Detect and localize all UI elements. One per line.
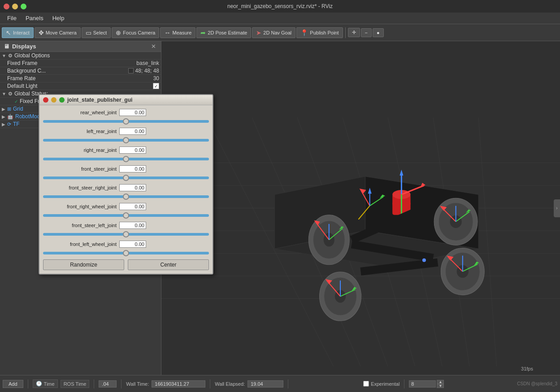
- spinner-section: ▲ ▼: [409, 380, 444, 388]
- menu-help[interactable]: Help: [48, 14, 69, 22]
- joint-label-0: rear_wheel_joint: [43, 110, 119, 115]
- status-checkmark: ✓: [14, 99, 18, 104]
- joint-slider-1[interactable]: [43, 139, 209, 142]
- measure-button[interactable]: ↔ Measure: [160, 27, 195, 38]
- extra-btn-3[interactable]: ●: [373, 28, 384, 37]
- joint-row-6: front_steer_left_joint: [43, 222, 209, 229]
- joint-row-4: front_steer_right_joint: [43, 184, 209, 191]
- wall-time-value: 1661903411.27: [152, 380, 205, 388]
- joint-slider-4[interactable]: [43, 195, 209, 198]
- background-color-label: Background C...: [7, 68, 128, 74]
- nav-goal-button[interactable]: ➤ 2D Nav Goal: [252, 27, 295, 38]
- center-button[interactable]: Center: [128, 259, 209, 270]
- joint-slider-6[interactable]: [43, 233, 209, 236]
- joint-publisher-title: joint_state_publisher_gui: [67, 97, 132, 103]
- joint-row-1: left_rear_joint: [43, 128, 209, 135]
- statusbar-sep-1: [28, 379, 28, 388]
- spinner-up[interactable]: ▲: [437, 380, 444, 384]
- spinner-down[interactable]: ▼: [437, 384, 444, 388]
- interact-button[interactable]: ↖ Interact: [2, 27, 34, 38]
- statusbar-sep-4: [210, 379, 210, 388]
- toolbar: ↖ Interact ✥ Move Camera ▭ Select ⊕ Focu…: [0, 24, 560, 41]
- joint-value-1[interactable]: [119, 128, 146, 135]
- joint-value-5[interactable]: [119, 203, 146, 210]
- fixed-frame-row: Fixed Frame base_link: [0, 60, 161, 67]
- extra-btn-2[interactable]: −: [361, 28, 372, 37]
- pose-estimate-button[interactable]: ➦ 2D Pose Estimate: [196, 27, 251, 38]
- focus-camera-button[interactable]: ⊕ Focus Camera: [112, 27, 159, 38]
- experimental-label: Experimental: [371, 381, 399, 387]
- experimental-checkbox[interactable]: [363, 381, 369, 387]
- robotmodel-arrow: ▶: [2, 114, 5, 119]
- move-camera-button[interactable]: ✥ Move Camera: [35, 27, 81, 38]
- background-color-swatch[interactable]: [128, 68, 134, 73]
- time-value: .04: [99, 380, 117, 388]
- menu-panels[interactable]: Panels: [21, 14, 48, 22]
- joint-value-7[interactable]: [119, 241, 146, 248]
- joint-slider-2[interactable]: [43, 158, 209, 160]
- frame-rate-value[interactable]: 30: [153, 75, 159, 82]
- minimize-button[interactable]: [12, 4, 18, 9]
- joint-slider-row-0: [43, 118, 209, 124]
- pose-estimate-icon: ➦: [200, 29, 206, 36]
- joint-slider-5[interactable]: [43, 214, 209, 217]
- joint-slider-row-5: [43, 212, 209, 218]
- maximize-button[interactable]: [21, 4, 26, 9]
- joint-slider-7[interactable]: [43, 252, 209, 254]
- viewport[interactable]: › 31fps: [161, 41, 560, 375]
- svg-point-61: [422, 258, 426, 262]
- ros-time-section: ROS Time: [61, 380, 90, 388]
- displays-panel-title: 🖥 Displays: [4, 43, 36, 50]
- joint-value-6[interactable]: [119, 222, 146, 229]
- joint-value-2[interactable]: [119, 146, 146, 154]
- joint-slider-3[interactable]: [43, 177, 209, 179]
- joint-publisher-body: rear_wheel_joint left_rear_joint right_r…: [39, 105, 213, 274]
- statusbar-sep-3: [121, 379, 122, 388]
- joint-slider-0[interactable]: [43, 120, 209, 123]
- extra-btn-1[interactable]: ✛: [348, 28, 360, 37]
- jp-maximize-button[interactable]: [59, 97, 65, 103]
- spinner-input[interactable]: [409, 380, 436, 388]
- jp-minimize-button[interactable]: [51, 97, 56, 103]
- global-options-row[interactable]: ▼ ⚙ Global Options: [0, 52, 161, 60]
- panel-collapse-handle[interactable]: ›: [554, 199, 560, 217]
- frame-rate-label: Frame Rate: [7, 75, 153, 82]
- joint-slider-row-4: [43, 193, 209, 199]
- joint-slider-row-7: [43, 250, 209, 256]
- joint-row-2: right_rear_joint: [43, 146, 209, 154]
- interact-icon: ↖: [6, 29, 11, 36]
- joint-label-4: front_steer_right_joint: [43, 185, 119, 190]
- wall-elapsed-value: 19.04: [247, 380, 283, 388]
- select-button[interactable]: ▭ Select: [82, 27, 111, 38]
- panel-icon: 🖥: [4, 43, 9, 50]
- title-bar: neor_mini_gazebo_sensors_rviz.rviz* - RV…: [0, 0, 560, 13]
- joint-value-0[interactable]: [119, 109, 146, 116]
- menu-file[interactable]: File: [3, 14, 21, 22]
- displays-panel-header: 🖥 Displays ✕: [0, 41, 161, 52]
- frame-rate-row: Frame Rate 30: [0, 75, 161, 82]
- close-button[interactable]: [4, 4, 9, 9]
- joint-value-3[interactable]: [119, 165, 146, 172]
- fps-display: 31fps: [521, 366, 533, 371]
- publish-point-button[interactable]: 📍 Publish Point: [296, 27, 343, 38]
- displays-panel-close[interactable]: ✕: [150, 43, 157, 50]
- tf-arrow: ▶: [2, 122, 5, 127]
- default-light-row: Default Light ✓: [0, 82, 161, 90]
- joint-value-4[interactable]: [119, 184, 146, 191]
- joint-label-7: front_left_wheel_joint: [43, 241, 119, 247]
- joint-row-0: rear_wheel_joint: [43, 109, 209, 116]
- global-options-arrow: ▼: [2, 53, 6, 58]
- time-value-section: .04: [99, 380, 117, 388]
- statusbar: Add 🕐 Time ROS Time .04 Wall Time: 16619…: [0, 375, 560, 392]
- randomize-button[interactable]: Randomize: [43, 259, 124, 270]
- joint-slider-row-3: [43, 174, 209, 181]
- clock-icon: 🕐: [36, 381, 42, 387]
- default-light-checkbox[interactable]: ✓: [153, 83, 159, 89]
- add-button[interactable]: Add: [3, 380, 23, 388]
- tf-icon: ⟳: [7, 121, 11, 127]
- jp-close-button[interactable]: [43, 97, 48, 103]
- joint-slider-row-6: [43, 231, 209, 237]
- fixed-frame-value[interactable]: base_link: [136, 60, 159, 66]
- window-controls: [4, 4, 26, 9]
- joint-slider-row-2: [43, 155, 209, 162]
